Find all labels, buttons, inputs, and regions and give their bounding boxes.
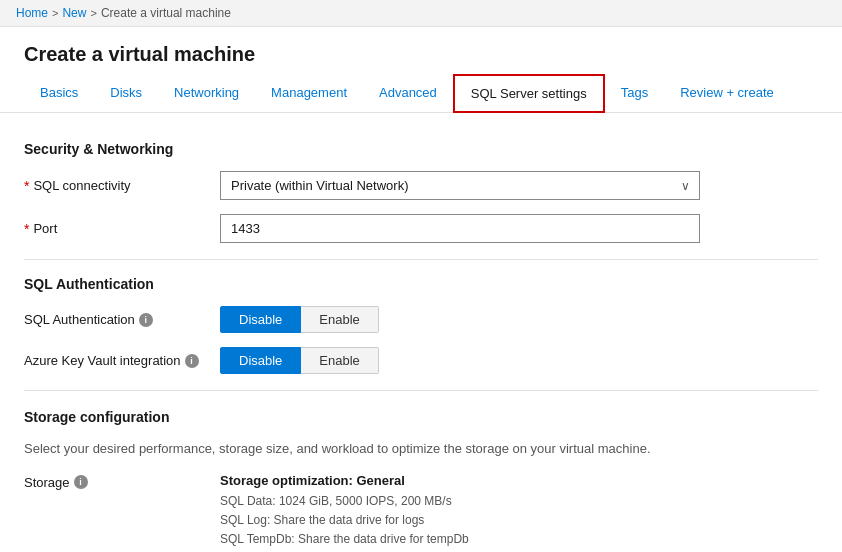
sql-connectivity-select[interactable]: Private (within Virtual Network) Public … bbox=[220, 171, 700, 200]
sql-connectivity-label: * SQL connectivity bbox=[24, 178, 204, 194]
azure-key-vault-toggle-group: Disable Enable bbox=[220, 347, 818, 374]
storage-optimization-title: Storage optimization: General bbox=[220, 473, 818, 488]
port-row: * Port bbox=[24, 214, 818, 243]
tab-advanced[interactable]: Advanced bbox=[363, 75, 453, 112]
tabs-bar: Basics Disks Networking Management Advan… bbox=[0, 74, 842, 113]
breadcrumb-current: Create a virtual machine bbox=[101, 6, 231, 20]
storage-row: Storage i Storage optimization: General … bbox=[24, 473, 818, 553]
divider-1 bbox=[24, 259, 818, 260]
sql-auth-info-icon[interactable]: i bbox=[139, 313, 153, 327]
storage-configuration-desc: Select your desired performance, storage… bbox=[24, 439, 818, 459]
azure-key-vault-info-icon[interactable]: i bbox=[185, 354, 199, 368]
tab-management[interactable]: Management bbox=[255, 75, 363, 112]
storage-label-text: Storage bbox=[24, 475, 70, 490]
tab-networking[interactable]: Networking bbox=[158, 75, 255, 112]
breadcrumb-new[interactable]: New bbox=[62, 6, 86, 20]
sql-auth-row: SQL Authentication i Disable Enable bbox=[24, 306, 818, 333]
storage-detail-1: SQL Data: 1024 GiB, 5000 IOPS, 200 MB/s bbox=[220, 492, 818, 511]
breadcrumb-sep2: > bbox=[90, 7, 96, 19]
main-content: Security & Networking * SQL connectivity… bbox=[0, 113, 842, 552]
port-control bbox=[220, 214, 818, 243]
sql-authentication-title: SQL Authentication bbox=[24, 276, 818, 292]
storage-info-area: Storage optimization: General SQL Data: … bbox=[220, 473, 818, 553]
divider-2 bbox=[24, 390, 818, 391]
sql-connectivity-required-star: * bbox=[24, 178, 29, 194]
sql-auth-label: SQL Authentication i bbox=[24, 312, 204, 327]
port-label: * Port bbox=[24, 221, 204, 237]
sql-auth-enable-button[interactable]: Enable bbox=[301, 306, 378, 333]
security-networking-title: Security & Networking bbox=[24, 141, 818, 157]
sql-auth-disable-button[interactable]: Disable bbox=[220, 306, 301, 333]
storage-info-icon[interactable]: i bbox=[74, 475, 88, 489]
tab-sql-server-settings[interactable]: SQL Server settings bbox=[453, 74, 605, 113]
azure-key-vault-row: Azure Key Vault integration i Disable En… bbox=[24, 347, 818, 374]
sql-auth-label-text: SQL Authentication bbox=[24, 312, 135, 327]
sql-connectivity-select-wrapper: Private (within Virtual Network) Public … bbox=[220, 171, 700, 200]
breadcrumb-home[interactable]: Home bbox=[16, 6, 48, 20]
port-input[interactable] bbox=[220, 214, 700, 243]
sql-auth-control: Disable Enable bbox=[220, 306, 818, 333]
tab-basics[interactable]: Basics bbox=[24, 75, 94, 112]
sql-auth-toggle-group: Disable Enable bbox=[220, 306, 818, 333]
storage-configuration-title: Storage configuration bbox=[24, 409, 818, 425]
azure-key-vault-label: Azure Key Vault integration i bbox=[24, 353, 204, 368]
port-label-text: Port bbox=[33, 221, 57, 236]
storage-detail-2: SQL Log: Share the data drive for logs bbox=[220, 511, 818, 530]
storage-details: SQL Data: 1024 GiB, 5000 IOPS, 200 MB/s … bbox=[220, 492, 818, 550]
azure-key-vault-control: Disable Enable bbox=[220, 347, 818, 374]
azure-key-vault-label-text: Azure Key Vault integration bbox=[24, 353, 181, 368]
sql-connectivity-row: * SQL connectivity Private (within Virtu… bbox=[24, 171, 818, 200]
tab-review-create[interactable]: Review + create bbox=[664, 75, 790, 112]
sql-connectivity-label-text: SQL connectivity bbox=[33, 178, 130, 193]
tab-tags[interactable]: Tags bbox=[605, 75, 664, 112]
storage-label: Storage i bbox=[24, 473, 204, 490]
breadcrumb: Home > New > Create a virtual machine bbox=[0, 0, 842, 27]
storage-configuration-section: Storage configuration Select your desire… bbox=[24, 409, 818, 552]
port-required-star: * bbox=[24, 221, 29, 237]
azure-key-vault-disable-button[interactable]: Disable bbox=[220, 347, 301, 374]
breadcrumb-sep1: > bbox=[52, 7, 58, 19]
page-title: Create a virtual machine bbox=[0, 27, 842, 74]
tab-disks[interactable]: Disks bbox=[94, 75, 158, 112]
sql-connectivity-control: Private (within Virtual Network) Public … bbox=[220, 171, 818, 200]
storage-detail-3: SQL TempDb: Share the data drive for tem… bbox=[220, 530, 818, 549]
azure-key-vault-enable-button[interactable]: Enable bbox=[301, 347, 378, 374]
